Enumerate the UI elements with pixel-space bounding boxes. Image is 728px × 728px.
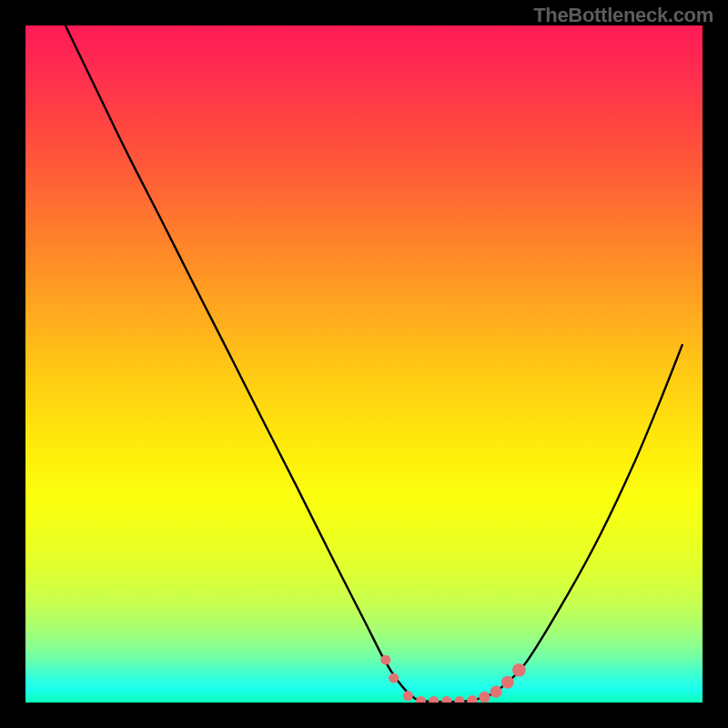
svg-point-5: [441, 696, 451, 703]
chart-frame: TheBottleneck.com: [0, 0, 728, 728]
svg-point-1: [389, 673, 399, 683]
svg-point-0: [380, 655, 390, 665]
svg-point-3: [416, 696, 426, 703]
plot-area: [25, 25, 703, 703]
svg-point-9: [490, 686, 501, 698]
svg-point-11: [512, 663, 526, 677]
svg-point-8: [479, 692, 490, 703]
optimal-range-dots: [25, 25, 703, 703]
svg-point-2: [403, 691, 413, 701]
svg-point-7: [467, 695, 478, 703]
svg-point-4: [429, 696, 439, 703]
svg-point-10: [501, 676, 514, 689]
watermark-text: TheBottleneck.com: [533, 4, 713, 27]
svg-point-6: [454, 696, 464, 703]
